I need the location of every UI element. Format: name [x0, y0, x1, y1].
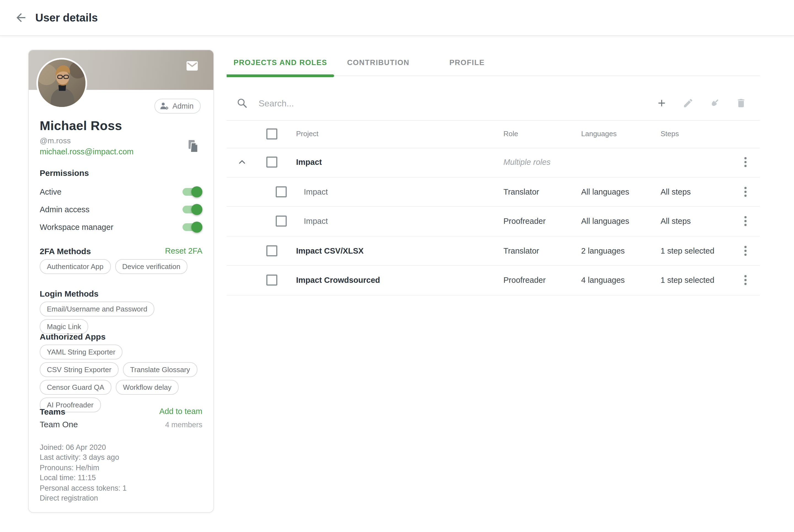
chevron-up-icon[interactable] — [237, 157, 248, 168]
add-to-team-link[interactable]: Add to team — [159, 407, 202, 416]
user-name: Michael Ross — [40, 118, 122, 133]
table-row[interactable]: Impact CSV/XLSXTranslator2 languages1 st… — [227, 236, 760, 266]
steps-value: 1 step selected — [661, 276, 714, 285]
toolbar-actions — [656, 98, 746, 109]
add-icon[interactable] — [656, 98, 667, 109]
column-steps: Steps — [661, 130, 679, 138]
login-methods-heading: Login Methods — [40, 289, 98, 298]
clear-filters-icon[interactable] — [709, 98, 720, 109]
languages-value: All languages — [581, 217, 629, 226]
user-details-page: User details — [0, 0, 794, 532]
row-checkbox[interactable] — [276, 186, 287, 197]
table-body: ImpactMultiple rolesImpactTranslatorAll … — [227, 148, 760, 295]
project-name: Impact Crowdsourced — [296, 276, 380, 285]
toggle-knob — [191, 204, 202, 215]
page-title: User details — [35, 12, 98, 24]
tab-projects-and-roles[interactable]: PROJECTS AND ROLES — [227, 50, 334, 76]
chip: Email/Username and Password — [40, 302, 154, 317]
row-menu-icon[interactable] — [742, 216, 749, 227]
project-name: Impact — [304, 217, 328, 226]
user-meta-line: Pronouns: He/him — [40, 463, 127, 473]
user-meta-line: Local time: 11:15 — [40, 473, 127, 483]
permission-label: Admin access — [40, 205, 90, 214]
tab-contribution[interactable]: CONTRIBUTION — [334, 50, 422, 76]
chip: Workflow delay — [116, 380, 178, 395]
admin-badge: Admin — [154, 99, 201, 114]
toggle-switch-admin-access[interactable] — [183, 206, 201, 213]
row-checkbox[interactable] — [276, 216, 287, 227]
column-languages: Languages — [581, 130, 617, 138]
chip: Device verification — [115, 259, 187, 274]
tab-bar: PROJECTS AND ROLESCONTRIBUTIONPROFILE — [227, 50, 760, 76]
row-checkbox[interactable] — [266, 245, 277, 256]
toggle-switch-active[interactable] — [183, 188, 201, 196]
reset-2fa-link[interactable]: Reset 2FA — [165, 246, 202, 255]
app-bar: User details — [0, 0, 794, 36]
project-name: Impact CSV/XLSX — [296, 246, 364, 255]
steps-value: 1 step selected — [661, 246, 714, 255]
table-header: Project Role Languages Steps — [227, 120, 760, 148]
column-role: Role — [504, 130, 518, 138]
chip: Translate Glossary — [123, 362, 197, 377]
table-row[interactable]: ImpactProofreaderAll languagesAll steps — [227, 207, 760, 236]
user-meta-line: Direct registration — [40, 493, 127, 504]
row-menu-icon[interactable] — [742, 186, 749, 197]
languages-value: All languages — [581, 187, 629, 196]
twofa-heading: 2FA Methods — [40, 246, 91, 256]
toggle-knob — [191, 222, 202, 233]
permission-label: Workspace manager — [40, 223, 113, 231]
permissions-heading: Permissions — [40, 168, 89, 177]
authorized-apps-heading: Authorized Apps — [40, 332, 106, 341]
user-email-link[interactable]: michael.ross@impact.com — [40, 147, 133, 156]
toggle-knob — [191, 186, 202, 197]
chip: CSV String Exporter — [40, 362, 118, 377]
chip: YAML String Exporter — [40, 345, 123, 359]
row-menu-icon[interactable] — [742, 275, 749, 286]
role-value: Proofreader — [504, 276, 546, 285]
table-row[interactable]: ImpactTranslatorAll languagesAll steps — [227, 177, 760, 207]
steps-value: All steps — [661, 187, 691, 196]
row-menu-icon[interactable] — [742, 157, 749, 168]
languages-value: 4 languages — [581, 276, 625, 285]
user-handle: @m.ross — [40, 136, 71, 145]
table-row[interactable]: Impact CrowdsourcedProofreader4 language… — [227, 266, 760, 295]
user-meta-line: Last activity: 3 days ago — [40, 453, 127, 463]
search-input[interactable] — [258, 95, 568, 112]
languages-value: 2 languages — [581, 246, 625, 255]
column-project: Project — [296, 130, 318, 138]
team-name: Team One — [40, 420, 78, 429]
row-checkbox[interactable] — [266, 275, 277, 286]
chip: Censor Guard QA — [40, 380, 111, 395]
back-icon[interactable] — [14, 11, 27, 24]
copy-email-icon[interactable] — [187, 140, 198, 152]
role-value: Proofreader — [504, 217, 546, 226]
table-toolbar — [227, 76, 760, 121]
permission-label: Active — [40, 187, 61, 196]
role-value: Translator — [504, 187, 539, 196]
avatar — [36, 58, 87, 109]
user-meta-list: Joined: 06 Apr 2020Last activity: 3 days… — [40, 443, 127, 504]
chip: Authenticator App — [40, 259, 111, 274]
edit-icon[interactable] — [683, 98, 694, 109]
table-row[interactable]: ImpactMultiple roles — [227, 148, 760, 177]
user-meta-line: Joined: 06 Apr 2020 — [40, 443, 127, 453]
delete-icon[interactable] — [736, 98, 746, 109]
teams-heading: Teams — [40, 407, 65, 416]
row-checkbox[interactable] — [266, 157, 277, 168]
twofa-chips: Authenticator AppDevice verification — [40, 259, 204, 274]
select-all-checkbox[interactable] — [266, 129, 277, 139]
team-members-count: 4 members — [165, 421, 202, 429]
project-name: Impact — [304, 187, 328, 196]
permission-row: Active — [40, 184, 202, 200]
mail-icon[interactable] — [186, 61, 198, 71]
admin-badge-label: Admin — [172, 102, 193, 110]
toggle-switch-workspace-manager[interactable] — [183, 223, 201, 231]
row-menu-icon[interactable] — [742, 245, 749, 256]
role-value: Translator — [504, 246, 539, 255]
profile-card: Admin Michael Ross @m.ross michael.ross@… — [28, 50, 214, 513]
role-value: Multiple roles — [504, 158, 551, 167]
tab-profile[interactable]: PROFILE — [422, 50, 512, 76]
steps-value: All steps — [661, 217, 691, 226]
authorized-app-chips: YAML String ExporterCSV String ExporterT… — [40, 345, 204, 412]
admin-user-gear-icon — [159, 102, 169, 110]
